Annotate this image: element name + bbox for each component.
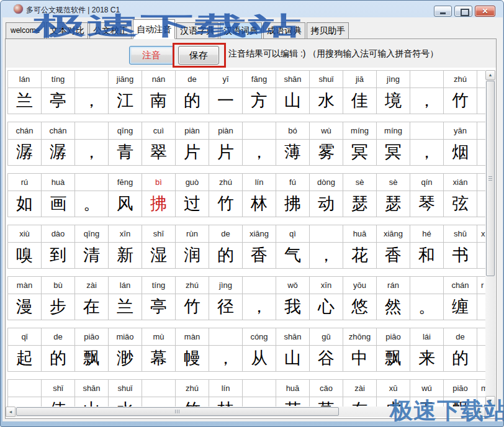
char-cell[interactable]: qín琴: [410, 173, 444, 217]
char-cell[interactable]: fú拂: [276, 173, 310, 217]
char-cell[interactable]: wǒ我: [276, 276, 310, 320]
scroll-up-icon[interactable]: ▲: [485, 70, 495, 80]
char-cell[interactable]: xián弦: [443, 173, 477, 217]
tab-welcome[interactable]: welcome: [6, 22, 45, 39]
char-cell[interactable]: bì拂: [142, 173, 176, 217]
char-cell[interactable]: piàn片: [209, 122, 243, 166]
char-cell[interactable]: shān山: [74, 379, 109, 407]
char-cell[interactable]: m: [477, 379, 485, 407]
save-button[interactable]: 保存: [178, 46, 219, 65]
char-cell[interactable]: qīng青: [108, 122, 142, 166]
char-cell[interactable]: [242, 379, 276, 407]
char-cell[interactable]: cuì翠: [142, 122, 176, 166]
char-cell[interactable]: [7, 379, 42, 407]
char-cell[interactable]: qǐ起: [7, 328, 42, 372]
char-cell[interactable]: r: [477, 276, 485, 320]
char-cell[interactable]: míng冥: [343, 122, 377, 166]
tab-auto-zhuyin[interactable]: 自动注音: [133, 19, 175, 39]
char-cell[interactable]: mù幕: [142, 328, 176, 372]
char-cell[interactable]: guò过: [175, 173, 209, 217]
minimize-button[interactable]: [434, 6, 452, 17]
char-cell[interactable]: lín林: [242, 173, 276, 217]
char-cell[interactable]: bó薄: [276, 122, 310, 166]
char-cell[interactable]: sè瑟: [343, 173, 377, 217]
char-cell[interactable]: ，: [242, 276, 276, 320]
char-cell[interactable]: chán潺: [7, 122, 42, 166]
char-cell[interactable]: ，: [410, 70, 444, 114]
char-cell[interactable]: lái来: [410, 328, 444, 372]
char-cell[interactable]: sè瑟: [376, 173, 410, 217]
char-cell[interactable]: piāo飘: [376, 328, 410, 372]
tab-text-compare[interactable]: 文本对比: [46, 22, 88, 39]
char-cell[interactable]: qì气: [276, 225, 310, 269]
tab-idiom-dict[interactable]: 成语词典: [263, 22, 305, 39]
char-cell[interactable]: shān山: [276, 70, 310, 114]
char-cell[interactable]: cǎo草: [309, 379, 343, 407]
char-cell[interactable]: shī湿: [142, 225, 176, 269]
char-cell[interactable]: piàn片: [175, 122, 209, 166]
char-cell[interactable]: zhú竹: [209, 173, 243, 217]
char-cell[interactable]: x: [477, 225, 485, 269]
char-cell[interactable]: màn漫: [7, 276, 42, 320]
char-cell[interactable]: hé和: [410, 225, 444, 269]
char-cell[interactable]: zhú竹: [175, 379, 209, 407]
tab-copy-helper[interactable]: 拷贝助手: [307, 22, 349, 39]
char-cell[interactable]: [142, 379, 176, 407]
char-cell[interactable]: gǔ谷: [309, 328, 343, 372]
horizontal-scrollbar[interactable]: ◄ ►: [6, 407, 485, 417]
tab-chinese-char-dict[interactable]: 汉语字典: [176, 22, 218, 39]
char-cell[interactable]: jiā佳: [343, 70, 377, 114]
char-cell[interactable]: de的: [175, 70, 209, 114]
char-cell[interactable]: [477, 122, 485, 166]
scroll-left-icon[interactable]: ◄: [6, 407, 16, 417]
char-cell[interactable]: rán然: [376, 276, 410, 320]
char-cell[interactable]: zài在: [343, 379, 377, 407]
char-cell[interactable]: xiāng香: [242, 225, 276, 269]
char-cell[interactable]: shuǐ水: [309, 70, 343, 114]
char-cell[interactable]: ，: [74, 122, 109, 166]
maximize-button[interactable]: [454, 6, 472, 17]
char-cell[interactable]: yī一: [209, 70, 243, 114]
char-cell[interactable]: xīn心: [309, 276, 343, 320]
horizontal-scrollbar-thumb[interactable]: [16, 407, 339, 416]
char-cell[interactable]: tíng亭: [41, 70, 75, 114]
tab-chinese-word-dict[interactable]: 汉语词典: [220, 22, 262, 39]
char-cell[interactable]: shān山: [276, 328, 310, 372]
char-cell[interactable]: piāo飘: [443, 379, 477, 407]
char-cell[interactable]: chán缠: [443, 276, 477, 320]
char-cell[interactable]: lán兰: [108, 276, 142, 320]
char-cell[interactable]: jìng径: [209, 276, 243, 320]
char-cell[interactable]: ，: [242, 122, 276, 166]
char-cell[interactable]: huà画: [41, 173, 75, 217]
char-cell[interactable]: jiāng江: [108, 70, 142, 114]
char-cell[interactable]: huā花: [276, 379, 310, 407]
char-cell[interactable]: shū书: [443, 225, 477, 269]
char-cell[interactable]: piāo飘: [74, 328, 109, 372]
char-cell[interactable]: ，: [209, 328, 243, 372]
char-cell[interactable]: lán兰: [7, 70, 42, 114]
char-cell[interactable]: yōu悠: [343, 276, 377, 320]
char-cell[interactable]: lín林: [209, 379, 243, 407]
char-cell[interactable]: màn幔: [175, 328, 209, 372]
char-cell[interactable]: de的: [209, 225, 243, 269]
char-cell[interactable]: zài在: [74, 276, 109, 320]
char-cell[interactable]: huā花: [343, 225, 377, 269]
char-cell[interactable]: zhōng中: [343, 328, 377, 372]
char-cell[interactable]: fāng方: [242, 70, 276, 114]
char-cell[interactable]: rùn润: [175, 225, 209, 269]
char-cell[interactable]: zhú竹: [175, 276, 209, 320]
char-cell[interactable]: xū虚: [376, 379, 410, 407]
char-cell[interactable]: yān烟: [443, 122, 477, 166]
char-cell[interactable]: shuǐ水: [108, 379, 142, 407]
char-cell[interactable]: fēng风: [108, 173, 142, 217]
scroll-down-icon[interactable]: ▼: [485, 396, 495, 406]
char-cell[interactable]: wù雾: [309, 122, 343, 166]
char-cell[interactable]: xīn新: [108, 225, 142, 269]
char-cell[interactable]: qīng清: [74, 225, 109, 269]
char-cell[interactable]: xiāng香: [376, 225, 410, 269]
char-cell[interactable]: dòng动: [309, 173, 343, 217]
char-cell[interactable]: zhú竹: [443, 70, 477, 114]
char-cell[interactable]: xiù嗅: [7, 225, 42, 269]
char-cell[interactable]: ，: [74, 70, 109, 114]
tab-document-check[interactable]: 公文校正: [89, 22, 132, 39]
